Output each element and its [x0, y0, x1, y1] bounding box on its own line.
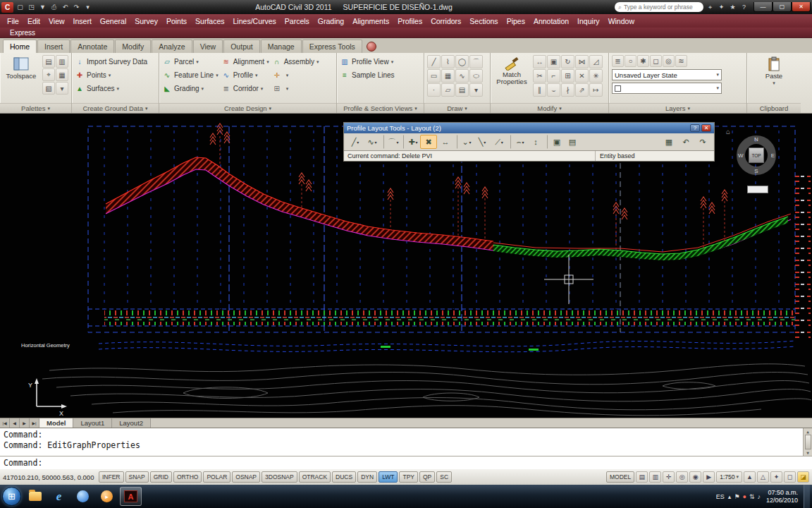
- show-hidden-icons[interactable]: ▴: [728, 493, 732, 500]
- layout-tab[interactable]: Layout2: [112, 418, 151, 428]
- menu-item[interactable]: General: [96, 14, 130, 28]
- start-button[interactable]: ⊞: [2, 487, 21, 506]
- status-toggle[interactable]: SNAP: [125, 471, 149, 483]
- model-space-button[interactable]: MODEL: [606, 471, 634, 483]
- menu-item[interactable]: Corridors: [426, 14, 465, 28]
- status-toggle[interactable]: QP: [419, 471, 435, 483]
- browser-icon[interactable]: [72, 487, 94, 506]
- panel-label-design[interactable]: Create Design: [159, 103, 336, 113]
- draw-tangents-button[interactable]: ╱: [347, 135, 364, 149]
- more-draw-icon[interactable]: ▾: [469, 83, 483, 97]
- intersection-button[interactable]: ✛ ▾: [272, 68, 319, 82]
- raise-lower-pvi-button[interactable]: ↕: [527, 135, 544, 149]
- parcel-button[interactable]: ▱ Parcel ▾: [162, 55, 219, 68]
- menu-item[interactable]: Sections: [465, 14, 502, 28]
- alignment-button[interactable]: ≋ Alignment ▾: [221, 55, 269, 68]
- menu-item-express[interactable]: Express: [7, 28, 38, 37]
- grading-button[interactable]: ◣ Grading ▾: [162, 82, 219, 95]
- profile-view-button[interactable]: ▥ Profile View ▾: [340, 55, 397, 68]
- surfaces-button[interactable]: ▲ Surfaces ▾: [75, 82, 149, 95]
- delete-pvi-button[interactable]: ✖: [420, 135, 437, 149]
- hatch-icon[interactable]: ▦: [441, 69, 455, 83]
- menu-item[interactable]: Surfaces: [191, 14, 228, 28]
- command-window[interactable]: Command: Command: EditGraphProperties Co…: [0, 428, 812, 468]
- menu-item[interactable]: Annotation: [529, 14, 573, 28]
- network-icon[interactable]: ⇅: [749, 493, 755, 500]
- pvi-table-button[interactable]: ▤: [564, 135, 581, 149]
- ribbon-tab[interactable]: Output: [223, 40, 260, 53]
- status-toggle[interactable]: LWT: [379, 471, 398, 483]
- sample-lines-button[interactable]: ≡ Sample Lines: [340, 68, 397, 82]
- status-toggle[interactable]: GRID: [150, 471, 172, 483]
- float-tangent-button[interactable]: ⟋: [491, 135, 508, 149]
- toolbar-title-bar[interactable]: Profile Layout Tools - Layout (2) ?✕: [344, 123, 714, 133]
- menu-item[interactable]: Lines/Curves: [229, 14, 281, 28]
- menu-item[interactable]: Parcels: [281, 14, 314, 28]
- paste-button[interactable]: Paste ▾: [756, 55, 792, 85]
- status-toggle[interactable]: INFER: [99, 471, 124, 483]
- join-icon[interactable]: ⌣: [547, 83, 560, 97]
- layout-nav-button[interactable]: ▶: [20, 418, 30, 428]
- annotation-visibility-icon[interactable]: △: [757, 471, 769, 483]
- redo-button[interactable]: ↷: [694, 135, 711, 149]
- show-motion-icon[interactable]: ▶: [703, 471, 715, 483]
- feature-line-button[interactable]: ∿ Feature Line ▾: [162, 68, 219, 82]
- layer-off-icon[interactable]: ○: [625, 55, 636, 67]
- maximize-button[interactable]: ▢: [773, 2, 792, 12]
- search-binoculars-icon[interactable]: ⌖: [705, 2, 715, 13]
- app-logo-icon[interactable]: C: [1, 2, 13, 13]
- media-player-icon[interactable]: ▸: [96, 487, 118, 506]
- scroll-down-icon[interactable]: ▼: [806, 450, 809, 455]
- menu-item[interactable]: Profiles: [393, 14, 426, 28]
- layer-freeze-icon[interactable]: ✱: [637, 55, 649, 67]
- ribbon-tab[interactable]: Home: [3, 40, 37, 53]
- layer-isolate-icon[interactable]: ◎: [663, 55, 675, 67]
- ribbon-tab[interactable]: Modify: [115, 40, 151, 53]
- undo-button[interactable]: ↶: [677, 135, 694, 149]
- ribbon-tab[interactable]: Express Tools: [302, 40, 362, 53]
- command-scrollbar[interactable]: ▲ ▼: [803, 428, 812, 456]
- panel-label-layers[interactable]: Layers: [609, 103, 746, 113]
- menu-item[interactable]: File: [3, 14, 23, 28]
- viewcube-top-face[interactable]: TOP: [749, 147, 764, 163]
- panel-label-palettes[interactable]: Palettes: [0, 103, 71, 113]
- clock[interactable]: 07:50 a.m. 12/06/2010: [766, 489, 798, 504]
- status-toggle[interactable]: 3DOSNAP: [262, 471, 297, 483]
- panel-label-clipboard[interactable]: Clipboard: [747, 103, 801, 113]
- viewcube[interactable]: ⌂ TOP N S W E: [732, 131, 781, 180]
- ribbon-tab[interactable]: View: [193, 40, 223, 53]
- toolspace-button[interactable]: Toolspace: [3, 55, 39, 80]
- ellipse-icon[interactable]: ⬭: [469, 69, 483, 83]
- show-desktop-button[interactable]: [804, 485, 810, 508]
- menu-item[interactable]: Inquiry: [573, 14, 604, 28]
- insert-pvi-button[interactable]: ✚: [403, 135, 420, 149]
- layout-nav-button[interactable]: |◀: [0, 418, 10, 428]
- command-input[interactable]: Command:: [0, 456, 812, 468]
- break-icon[interactable]: ∤: [561, 83, 574, 97]
- fixed-tangent-button[interactable]: ╲: [474, 135, 491, 149]
- minimize-button[interactable]: —: [753, 2, 773, 12]
- panel-label-ground[interactable]: Create Ground Data: [72, 103, 159, 113]
- move-pvi-button[interactable]: ↔: [437, 135, 454, 149]
- spline-icon[interactable]: ∿: [455, 69, 469, 83]
- ribbon-tab[interactable]: Insert: [37, 40, 70, 53]
- steering-wheel-icon[interactable]: ◉: [689, 471, 701, 483]
- move-icon[interactable]: ↔: [533, 55, 546, 68]
- draw-tangents-with-curves-button[interactable]: ∿: [364, 135, 381, 149]
- lengthen-icon[interactable]: ↦: [589, 83, 603, 97]
- rotate-icon[interactable]: ↻: [561, 55, 574, 68]
- toolbar-help-button[interactable]: ?: [690, 124, 700, 132]
- ribbon-overflow-icon[interactable]: [367, 42, 376, 52]
- points-button[interactable]: ✚ Points ▾: [75, 68, 149, 82]
- erase-icon[interactable]: ✕: [575, 69, 589, 83]
- assembly-button[interactable]: ∩ Assembly ▾: [272, 55, 319, 68]
- pvi-based-button[interactable]: ⌄: [457, 135, 474, 149]
- status-toggle[interactable]: TPY: [399, 471, 418, 483]
- menu-item[interactable]: Pipes: [503, 14, 529, 28]
- qat-plot-icon[interactable]: ⎙: [49, 2, 59, 13]
- update-icon[interactable]: ●: [742, 493, 746, 500]
- ribbon-tab[interactable]: Analyze: [152, 40, 192, 53]
- favorites-icon[interactable]: ★: [727, 2, 738, 13]
- toolbar-close-button[interactable]: ✕: [701, 124, 711, 132]
- viewcube-home-icon[interactable]: ⌂: [726, 128, 730, 135]
